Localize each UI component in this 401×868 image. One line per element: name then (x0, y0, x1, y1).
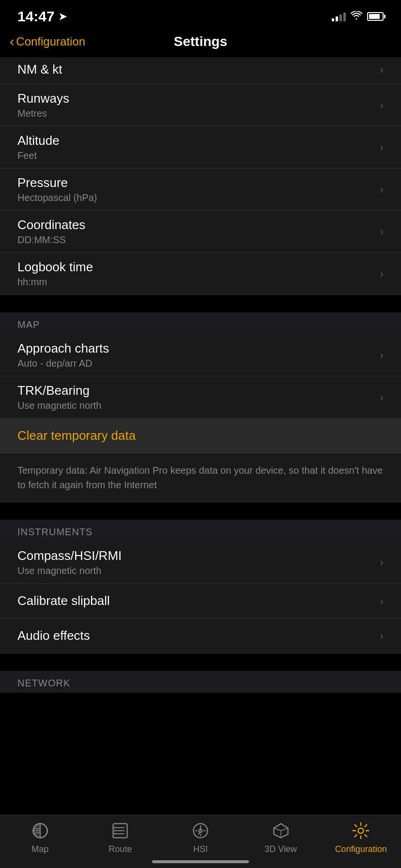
chevron-right-icon: › (380, 629, 384, 643)
chevron-right-icon: › (380, 556, 384, 569)
runways-subtitle: Metres (17, 108, 69, 119)
approach-charts-title: Approach charts (17, 341, 109, 356)
chevron-right-icon: › (380, 183, 384, 196)
chevron-right-icon: › (380, 225, 384, 238)
logbook-time-subtitle: hh:mm (17, 277, 93, 288)
altitude-title: Altitude (17, 133, 60, 148)
pressure-title: Pressure (17, 175, 97, 190)
settings-item-calibrate-slipball[interactable]: Calibrate slipball › (0, 584, 401, 619)
settings-content: NM & kt › Runways Metres › Altitude Feet… (0, 57, 401, 746)
nav-bar: ‹ Configuration Settings (0, 29, 401, 57)
battery-icon (367, 12, 384, 21)
chevron-right-icon: › (380, 63, 384, 77)
settings-item-logbook-time[interactable]: Logbook time hh:mm › (0, 253, 401, 295)
settings-item-altitude[interactable]: Altitude Feet › (0, 126, 401, 169)
location-arrow-icon: ➤ (59, 11, 67, 22)
approach-charts-subtitle: Auto - dep/arr AD (17, 358, 109, 369)
settings-item-trk-bearing[interactable]: TRK/Bearing Use magnetic north › (0, 376, 401, 418)
section-spacer-map (0, 295, 401, 312)
compass-hsi-rmi-title: Compass/HSI/RMI (17, 548, 122, 563)
svg-line-24 (274, 828, 281, 831)
home-indicator (152, 860, 249, 863)
status-icons (332, 11, 384, 22)
route-tab-label: Route (108, 844, 132, 854)
calibrate-slipball-title: Calibrate slipball (17, 593, 110, 608)
configuration-tab-label: Configuration (335, 844, 387, 854)
settings-item-pressure[interactable]: Pressure Hectopascal (hPa) › (0, 169, 401, 211)
back-label: Configuration (16, 35, 85, 48)
pressure-subtitle: Hectopascal (hPa) (17, 192, 97, 203)
compass-hsi-rmi-subtitle: Use magnetic north (17, 565, 122, 576)
settings-item-runways[interactable]: Runways Metres › (0, 84, 401, 126)
page-title: Settings (174, 34, 227, 49)
map-tab-label: Map (31, 844, 48, 854)
svg-point-25 (358, 828, 364, 834)
trk-bearing-title: TRK/Bearing (17, 383, 101, 398)
runways-title: Runways (17, 91, 69, 106)
svg-point-11 (114, 833, 116, 835)
tab-configuration[interactable]: Configuration (332, 820, 390, 854)
settings-item-audio-effects[interactable]: Audio effects › (0, 619, 401, 653)
svg-line-23 (281, 828, 288, 831)
settings-item-approach-charts[interactable]: Approach charts Auto - dep/arr AD › (0, 334, 401, 376)
tab-route[interactable]: Route (91, 820, 149, 854)
chevron-left-icon: ‹ (10, 35, 14, 48)
time-display: 14:47 (17, 8, 55, 25)
map-tab-icon (30, 820, 51, 841)
network-section-header: NETWORK (0, 671, 401, 693)
audio-effects-title: Audio effects (17, 628, 90, 643)
chevron-right-icon: › (380, 267, 384, 280)
signal-icon (332, 12, 346, 21)
svg-point-9 (114, 827, 116, 829)
section-spacer-network (0, 653, 401, 671)
svg-point-10 (114, 830, 116, 832)
temp-data-info: Temporary data: Air Navigation Pro keeps… (0, 453, 401, 502)
tab-3dview[interactable]: 3D View (252, 820, 310, 854)
tab-hsi[interactable]: HSI (171, 820, 230, 854)
clear-temp-data-button[interactable]: Clear temporary data (0, 418, 401, 453)
altitude-subtitle: Feet (17, 150, 60, 161)
map-section-header: MAP (0, 312, 401, 334)
instruments-section-header: INSTRUMENTS (0, 520, 401, 542)
chevron-right-icon: › (380, 140, 384, 154)
logbook-time-title: Logbook time (17, 260, 93, 275)
settings-item-compass-hsi-rmi[interactable]: Compass/HSI/RMI Use magnetic north › (0, 542, 401, 584)
chevron-right-icon: › (380, 98, 384, 112)
nm-kt-label: NM & kt (17, 62, 62, 77)
wifi-icon (351, 11, 362, 22)
clear-temp-label: Clear temporary data (17, 428, 136, 443)
tab-map[interactable]: Map (11, 820, 69, 854)
chevron-right-icon: › (380, 594, 384, 608)
3dview-tab-label: 3D View (264, 844, 297, 854)
status-bar: 14:47 ➤ (0, 0, 401, 29)
settings-item-coordinates[interactable]: Coordinates DD:MM:SS › (0, 211, 401, 253)
3dview-tab-icon (270, 820, 292, 841)
status-time: 14:47 ➤ (17, 8, 67, 25)
chevron-right-icon: › (380, 390, 384, 404)
trk-bearing-subtitle: Use magnetic north (17, 400, 101, 411)
chevron-right-icon: › (380, 348, 384, 362)
coordinates-title: Coordinates (17, 217, 85, 232)
section-spacer-instruments (0, 502, 401, 520)
settings-item-nm-kt[interactable]: NM & kt › (0, 57, 401, 84)
coordinates-subtitle: DD:MM:SS (17, 234, 85, 246)
configuration-tab-icon (350, 820, 371, 841)
back-button[interactable]: ‹ Configuration (10, 35, 85, 48)
route-tab-icon (109, 820, 131, 841)
hsi-tab-icon (190, 820, 211, 841)
hsi-tab-label: HSI (193, 844, 208, 854)
